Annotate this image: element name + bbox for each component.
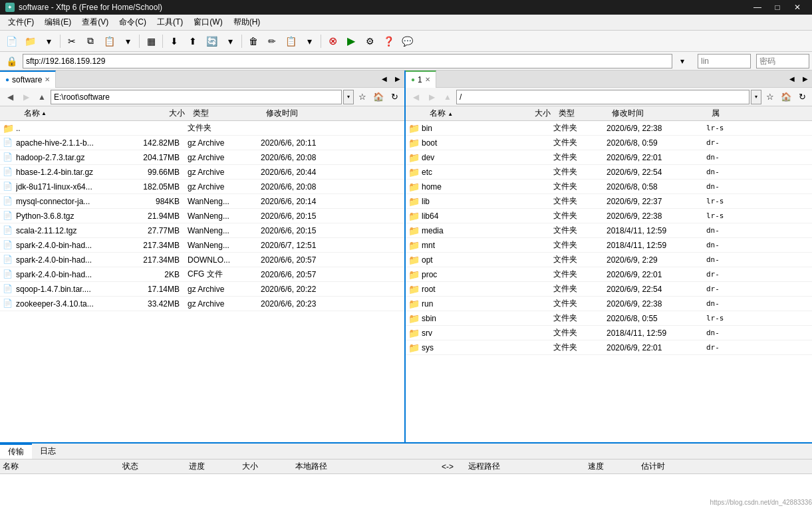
settings-button[interactable]: ⚙ [361,33,378,50]
right-tab-next[interactable]: ▶ [799,70,812,88]
open-folder-button[interactable]: 📁 [21,33,39,50]
menu-window[interactable]: 窗口(W) [188,15,227,29]
right-tab-prev[interactable]: ◀ [785,70,799,88]
menu-edit[interactable]: 编辑(E) [39,15,76,29]
view-btn[interactable]: ▦ [142,33,160,50]
file-type: 文件夹 [551,269,604,280]
session-button[interactable]: ▶ [342,33,360,50]
menu-file[interactable]: 文件(F) [3,15,39,29]
left-forward-btn[interactable]: ▶ [19,90,33,104]
upload-dropdown[interactable]: ▾ [221,33,239,50]
left-list-item[interactable]: 📄 hbase-1.2.4-bin.tar.gz 99.66MB gz Arch… [0,165,404,180]
left-tab-prev[interactable]: ◀ [378,70,391,88]
left-col-type-header[interactable]: 类型 [190,108,263,119]
left-list-item[interactable]: 📄 mysql-connector-ja... 984KB WanNeng...… [0,194,404,209]
username-input[interactable] [698,54,751,68]
cut-button[interactable]: ✂ [63,33,80,50]
right-col-name-header[interactable]: 名称 ▲ [416,108,503,119]
prop-dropdown[interactable]: ▾ [301,33,318,50]
tab-transfer[interactable]: 传输 [0,444,32,459]
right-path-input[interactable] [456,90,749,104]
right-list-item[interactable]: 📁 home 文件夹 2020/6/8, 0:58 dn- [406,180,812,194]
right-list-item[interactable]: 📁 proc 文件夹 2020/6/9, 22:01 dr- [406,267,812,282]
left-tab-next[interactable]: ▶ [391,70,404,88]
addr-dropdown[interactable]: ▾ [675,54,690,68]
right-list-item[interactable]: 📁 opt 文件夹 2020/6/9, 2:29 dn- [406,253,812,267]
open-dropdown[interactable]: ▾ [40,33,57,50]
right-list-item[interactable]: 📁 root 文件夹 2020/6/9, 22:54 dr- [406,282,812,297]
sync-button[interactable]: 🔄 [203,33,220,50]
download-button[interactable]: ⬇ [166,33,183,50]
menu-help[interactable]: 帮助(H) [228,15,266,29]
right-list-item[interactable]: 📁 boot 文件夹 2020/6/8, 0:59 dr- [406,136,812,150]
left-up-btn[interactable]: ▲ [35,90,49,104]
password-input[interactable] [756,54,809,68]
left-list-item[interactable]: 📄 apache-hive-2.1.1-b... 142.82MB gz Arc… [0,136,404,150]
right-col-perm-header[interactable]: 属 [709,108,749,119]
menu-tools[interactable]: 工具(T) [152,15,188,29]
menu-view[interactable]: 查看(V) [76,15,114,29]
address-input[interactable] [23,54,672,68]
right-list-item[interactable]: 📁 sys 文件夹 2020/6/9, 22:01 dr- [406,340,812,355]
left-refresh-btn[interactable]: ↻ [387,90,402,104]
right-list-item[interactable]: 📁 etc 文件夹 2020/6/9, 22:54 dn- [406,165,812,180]
left-col-date-header[interactable]: 修改时间 [263,108,356,119]
right-col-size-header[interactable]: 大小 [503,108,556,119]
left-list-item[interactable]: 📄 Python-3.6.8.tgz 21.94MB WanNeng... 20… [0,209,404,223]
menu-command[interactable]: 命令(C) [114,15,152,29]
right-bookmark-btn[interactable]: ☆ [763,90,777,104]
left-tab-close[interactable]: ✕ [45,76,50,83]
left-list-item[interactable]: 📄 hadoop-2.7.3.tar.gz 204.17MB gz Archiv… [0,150,404,165]
left-list-item[interactable]: 📄 sqoop-1.4.7.bin.tar.... 17.14MB gz Arc… [0,282,404,297]
right-col-type-header[interactable]: 类型 [556,108,609,119]
rename-button[interactable]: ✏ [263,33,281,50]
left-path-dropdown[interactable]: ▾ [343,90,354,104]
left-list-item[interactable]: 📄 spark-2.4.0-bin-had... 217.34MB WanNen… [0,238,404,253]
right-col-date-header[interactable]: 修改时间 [609,108,709,119]
maximize-button[interactable]: □ [768,0,787,15]
left-home-btn[interactable]: 🏠 [371,90,386,104]
right-path-dropdown[interactable]: ▾ [751,90,761,104]
right-up-btn[interactable]: ▲ [440,90,455,104]
left-path-input[interactable] [51,90,342,104]
left-col-name-header[interactable]: 名称 ▲ [11,108,130,119]
right-list-item[interactable]: 📁 sbin 文件夹 2020/6/8, 0:55 lr-s [406,311,812,326]
right-back-btn[interactable]: ◀ [408,90,423,104]
new-button[interactable]: 📄 [3,33,20,50]
left-list-item[interactable]: 📄 zookeeper-3.4.10.ta... 33.42MB gz Arch… [0,297,404,311]
left-list-item[interactable]: 📁 .. 文件夹 [0,121,404,136]
left-tab-software[interactable]: ● software ✕ [0,70,56,88]
right-list-item[interactable]: 📁 srv 文件夹 2018/4/11, 12:59 dn- [406,326,812,340]
right-list-item[interactable]: 📁 media 文件夹 2018/4/11, 12:59 dn- [406,223,812,238]
right-forward-btn[interactable]: ▶ [424,90,439,104]
prop-button[interactable]: 📋 [282,33,299,50]
right-tab-1[interactable]: ● 1 ✕ [406,70,436,88]
left-bookmark-btn[interactable]: ☆ [355,90,370,104]
tab-log[interactable]: 日志 [32,444,64,459]
close-button[interactable]: ✕ [788,0,807,15]
copy-button[interactable]: ⧉ [82,33,99,50]
right-list-item[interactable]: 📁 mnt 文件夹 2018/4/11, 12:59 dn- [406,238,812,253]
right-list-item[interactable]: 📁 run 文件夹 2020/6/9, 22:38 dn- [406,297,812,311]
right-list-item[interactable]: 📁 lib 文件夹 2020/6/9, 22:37 lr-s [406,194,812,209]
left-list-item[interactable]: 📄 scala-2.11.12.tgz 27.77MB WanNeng... 2… [0,223,404,238]
delete-button[interactable]: 🗑 [245,33,262,50]
help-button[interactable]: ❓ [380,33,397,50]
right-list-item[interactable]: 📁 dev 文件夹 2020/6/9, 22:01 dn- [406,150,812,165]
chat-button[interactable]: 💬 [398,33,416,50]
paste-dropdown[interactable]: ▾ [119,33,136,50]
left-list-item[interactable]: 📄 spark-2.4.0-bin-had... 2KB CFG 文件 2020… [0,267,404,282]
minimize-button[interactable]: — [748,0,767,15]
left-col-size-header[interactable]: 大小 [130,108,190,119]
left-back-btn[interactable]: ◀ [3,90,17,104]
right-list-item[interactable]: 📁 lib64 文件夹 2020/6/9, 22:38 lr-s [406,209,812,223]
right-home-btn[interactable]: 🏠 [779,90,793,104]
left-list-item[interactable]: 📄 spark-2.4.0-bin-had... 217.34MB DOWNLO… [0,253,404,267]
connect-button[interactable]: ⊗ [324,33,341,50]
upload-button[interactable]: ⬆ [184,33,202,50]
right-list-item[interactable]: 📁 bin 文件夹 2020/6/9, 22:38 lr-s [406,121,812,136]
right-tab-close[interactable]: ✕ [425,76,430,83]
left-list-item[interactable]: 📄 jdk-8u171-linux-x64... 182.05MB gz Arc… [0,180,404,194]
paste-button[interactable]: 📋 [100,33,118,50]
right-refresh-btn[interactable]: ↻ [795,90,809,104]
